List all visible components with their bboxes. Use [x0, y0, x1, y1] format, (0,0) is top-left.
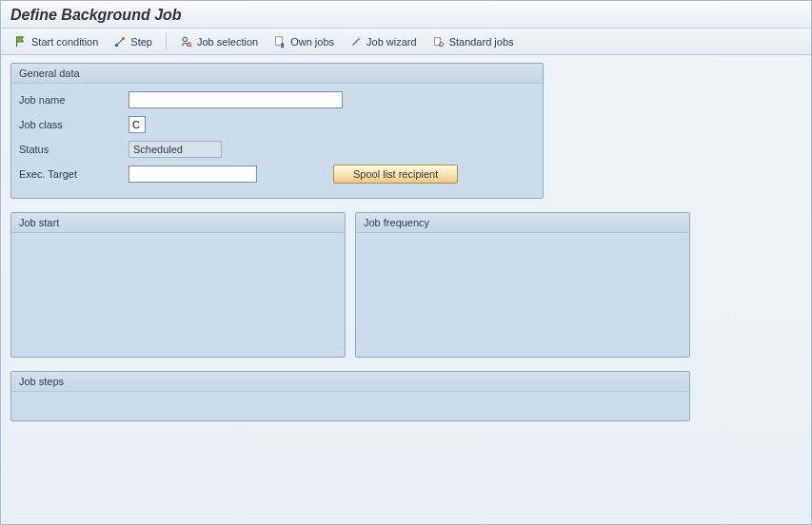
job-class-input[interactable] — [129, 116, 146, 133]
own-jobs-button[interactable]: Own jobs — [267, 33, 340, 50]
job-wizard-button[interactable]: Job wizard — [344, 33, 423, 50]
svg-point-5 — [281, 42, 285, 46]
separator — [166, 33, 167, 50]
job-name-label: Job name — [19, 94, 129, 106]
own-jobs-label: Own jobs — [290, 36, 334, 48]
person-search-icon — [180, 35, 193, 49]
job-steps-group: Job steps — [10, 371, 690, 421]
job-steps-title: Job steps — [11, 372, 689, 392]
exec-target-label: Exec. Target — [19, 168, 129, 180]
flag-icon — [14, 35, 28, 49]
document-person-icon — [273, 35, 287, 49]
start-condition-label: Start condition — [31, 36, 98, 48]
general-data-title: General data — [11, 64, 543, 84]
status-label: Status — [19, 144, 129, 155]
start-condition-button[interactable]: Start condition — [9, 33, 104, 50]
step-button[interactable]: Step — [108, 33, 158, 50]
exec-target-input[interactable] — [129, 165, 257, 183]
gear-document-icon — [432, 35, 446, 49]
job-start-title: Job start — [11, 213, 345, 233]
spool-list-recipient-button[interactable]: Spool list recipient — [333, 165, 458, 184]
standard-jobs-button[interactable]: Standard jobs — [426, 33, 520, 50]
step-label: Step — [130, 36, 152, 48]
job-selection-label: Job selection — [197, 36, 258, 48]
job-start-group: Job start — [10, 212, 346, 358]
job-class-label: Job class — [19, 119, 129, 130]
page-title: Define Background Job — [1, 1, 811, 29]
step-icon — [113, 35, 127, 49]
job-selection-button[interactable]: Job selection — [174, 33, 264, 50]
svg-point-2 — [183, 37, 187, 41]
job-frequency-group: Job frequency — [355, 212, 690, 358]
general-data-group: General data Job name Job class Status S… — [10, 63, 544, 199]
wand-icon — [349, 35, 363, 49]
svg-point-3 — [188, 42, 191, 46]
job-name-input[interactable] — [129, 91, 343, 108]
job-wizard-label: Job wizard — [366, 36, 417, 48]
status-value: Scheduled — [129, 141, 222, 158]
toolbar: Start condition Step Job selection Own j… — [1, 29, 811, 55]
content-area: General data Job name Job class Status S… — [1, 55, 811, 442]
standard-jobs-label: Standard jobs — [449, 36, 514, 48]
job-frequency-title: Job frequency — [356, 213, 689, 233]
app-window: Define Background Job Start condition St… — [0, 0, 812, 525]
